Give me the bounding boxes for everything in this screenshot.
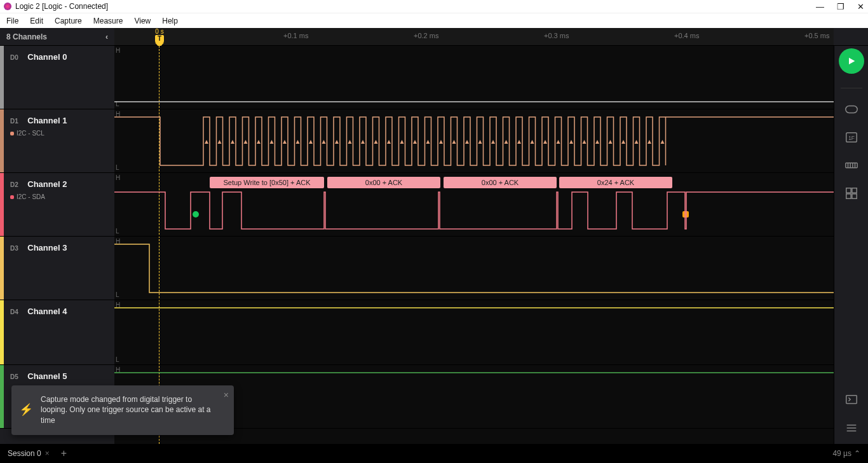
extensions-icon[interactable] (844, 186, 858, 200)
menu-edit[interactable]: Edit (30, 17, 43, 25)
menu-help[interactable]: Help (162, 17, 178, 25)
right-toolbar-header (834, 28, 868, 46)
channel-index: D1 (10, 118, 18, 125)
menu-bar: File Edit Capture Measure View Help (0, 13, 868, 28)
channels-header-label: 8 Channels (6, 32, 47, 41)
menu-icon[interactable] (844, 421, 858, 435)
svg-rect-3 (845, 163, 857, 167)
ruler-tick: +0.1 ms (283, 32, 308, 39)
start-capture-button[interactable] (839, 48, 864, 74)
channel-row[interactable]: D4 Channel 4 (0, 300, 114, 365)
collapse-channels-icon[interactable]: ‹ (105, 32, 108, 41)
svg-rect-9 (851, 188, 856, 193)
waveform-trace (114, 300, 834, 364)
device-settings-icon[interactable] (844, 102, 858, 116)
session-tab[interactable]: Session 0 × (8, 449, 50, 458)
workspace: 8 Channels ‹ 0 s T +0.1 ms +0.2 ms +0.3 … (0, 28, 868, 444)
waveform-row: H L (114, 109, 834, 173)
cursor-time-readout: 49 µs (832, 449, 851, 458)
analyzers-icon[interactable]: 1F (844, 130, 858, 144)
ruler-tick: +0.4 ms (674, 32, 699, 39)
ruler-tick: +0.3 ms (544, 32, 569, 39)
protocol-dot-icon (10, 132, 14, 135)
trigger-time-label: 0 s (155, 28, 164, 35)
app-logo-icon (4, 3, 11, 10)
waveform-row: H L Setup Write to [0x50] + ACK 0x00 + A… (114, 173, 834, 237)
channel-name: Channel 5 (27, 371, 67, 381)
chevron-up-icon[interactable]: ⌃ (854, 449, 860, 458)
notification-toast: ⚡ Capture mode changed from digital trig… (11, 385, 234, 435)
session-bar: Session 0 × + 49 µs ⌃ (0, 444, 868, 463)
right-toolbar: 1F (834, 46, 868, 444)
svg-rect-11 (851, 194, 856, 198)
toolbar-separator (841, 88, 862, 88)
waveform-area[interactable]: H L H L H L Setup Write to [0x50] + ACK … (114, 46, 834, 444)
ruler-tick: +0.5 ms (804, 32, 829, 39)
window-maximize-button[interactable]: ❐ (837, 2, 844, 11)
menu-capture[interactable]: Capture (55, 17, 82, 25)
channels-header[interactable]: 8 Channels ‹ (0, 28, 114, 46)
waveform-row: H L (114, 300, 834, 365)
play-icon (846, 56, 857, 66)
svg-rect-10 (846, 194, 850, 198)
window-minimize-button[interactable]: — (816, 2, 824, 11)
time-ruler[interactable]: 0 s T +0.1 ms +0.2 ms +0.3 ms +0.4 ms +0… (114, 28, 834, 46)
toast-message: Capture mode changed from digital trigge… (41, 395, 211, 425)
measure-icon[interactable] (844, 158, 858, 172)
channel-row[interactable]: D3 Channel 3 (0, 237, 114, 300)
waveform-trace (114, 109, 834, 172)
channel-index: D0 (10, 54, 18, 61)
toast-close-button[interactable]: × (224, 389, 229, 402)
channel-name: Channel 1 (27, 116, 67, 125)
channel-row[interactable]: D2 Channel 2 I2C - SDA (0, 173, 114, 237)
channel-row[interactable]: D1 Channel 1 I2C - SCL (0, 109, 114, 173)
trigger-flag-icon: T (155, 35, 164, 43)
channel-index: D2 (10, 181, 18, 188)
svg-rect-0 (845, 106, 857, 113)
channel-protocol: I2C - SDA (17, 193, 45, 200)
session-name: Session 0 (8, 449, 41, 458)
channel-protocol: I2C - SCL (17, 130, 44, 137)
waveform-trace (114, 46, 834, 109)
channel-index: D4 (10, 308, 18, 315)
channel-name: Channel 0 (27, 52, 67, 62)
new-session-button[interactable]: + (61, 448, 67, 459)
channel-name: Channel 2 (27, 179, 67, 189)
session-close-button[interactable]: × (45, 449, 50, 458)
title-bar: Logic 2 [Logic - Connected] — ❐ ✕ (0, 0, 868, 13)
menu-file[interactable]: File (6, 17, 18, 25)
waveform-row: H L (114, 237, 834, 300)
window-title: Logic 2 [Logic - Connected] (15, 2, 108, 11)
channel-row[interactable]: D0 Channel 0 (0, 46, 114, 109)
terminal-icon[interactable] (844, 393, 858, 407)
protocol-dot-icon (10, 195, 14, 199)
svg-text:1F: 1F (848, 135, 855, 141)
trigger-marker[interactable]: 0 s T (155, 28, 164, 48)
bolt-icon: ⚡ (19, 402, 33, 418)
channel-name: Channel 3 (27, 243, 67, 252)
menu-view[interactable]: View (134, 17, 151, 25)
waveform-row: H L (114, 46, 834, 109)
svg-rect-12 (846, 396, 857, 404)
channel-list: D0 Channel 0 D1 Channel 1 I2C - SCL D2 C… (0, 46, 114, 444)
channel-index: D3 (10, 245, 18, 252)
menu-measure[interactable]: Measure (93, 17, 123, 25)
channel-name: Channel 4 (27, 307, 67, 316)
waveform-trace (114, 237, 834, 300)
svg-rect-8 (846, 188, 850, 193)
waveform-trace (114, 173, 834, 236)
ruler-tick: +0.2 ms (414, 32, 438, 39)
window-close-button[interactable]: ✕ (857, 2, 864, 11)
channel-index: D5 (10, 373, 18, 380)
